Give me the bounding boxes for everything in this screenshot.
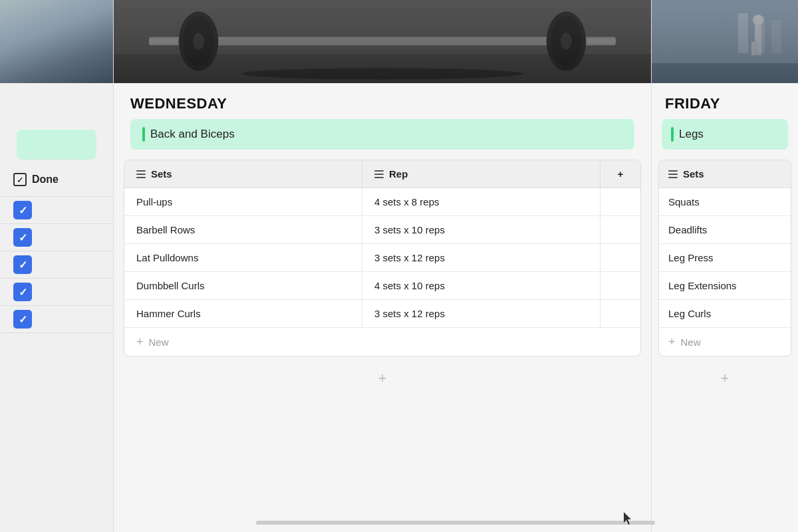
friday-hero-image [652, 0, 798, 83]
done-checkbox-icon: ✓ [13, 173, 27, 186]
sets-header-cell: Sets [124, 160, 362, 188]
table-row[interactable]: Dumbbell Curls 4 sets x 10 reps [124, 272, 640, 300]
exercise-cell: Hammer Curls [124, 300, 362, 327]
left-day-badge [17, 130, 96, 160]
reps-cell: 4 sets x 10 reps [362, 272, 600, 299]
exercise-cell: Barbell Rows [124, 216, 362, 243]
friday-bottom-add-button[interactable]: + [652, 356, 798, 400]
wednesday-workout-name: Back and Biceps [150, 128, 235, 141]
done-label: Done [32, 174, 59, 186]
friday-sets-label: Sets [683, 168, 704, 180]
reps-cell: 3 sets x 12 reps [362, 244, 600, 271]
plus-icon: + [668, 336, 676, 348]
plus-icon: + [136, 336, 144, 348]
friday-exercise-cell[interactable]: Leg Curls [659, 300, 791, 327]
checked-checkbox[interactable]: ✓ [13, 201, 32, 219]
main-container: ✓ Done ✓ ✓ ✓ ✓ [0, 0, 798, 532]
friday-workout-badge: Legs [662, 119, 788, 150]
check-icon: ✓ [19, 259, 27, 271]
friday-exercise-cell[interactable]: Deadlifts [659, 216, 791, 244]
wednesday-hero-image [114, 0, 651, 83]
svg-rect-22 [652, 0, 798, 83]
reps-cell: 3 sets x 12 reps [362, 300, 600, 327]
wednesday-workout-badge: Back and Biceps [130, 119, 634, 150]
exercise-cell: Dumbbell Curls [124, 272, 362, 299]
list-item[interactable]: ✓ [0, 251, 113, 278]
friday-title: FRIDAY [652, 83, 798, 119]
sets-header-label: Sets [151, 168, 172, 180]
wednesday-table-body: Pull-ups 4 sets x 8 reps Barbell Rows 3 … [124, 188, 640, 327]
action-cell[interactable] [600, 188, 640, 215]
rep-header-cell: Rep [362, 160, 600, 188]
add-section-icon: + [721, 370, 730, 387]
table-row[interactable]: Hammer Curls 3 sets x 12 reps [124, 300, 640, 327]
svg-rect-12 [114, 0, 651, 83]
left-panel: ✓ Done ✓ ✓ ✓ ✓ [0, 0, 113, 532]
checked-checkbox[interactable]: ✓ [13, 283, 32, 301]
wednesday-table: Sets Rep + Pull-ups 4 sets x 8 reps [124, 160, 641, 356]
column-sort-icon [668, 170, 678, 178]
add-column-header[interactable]: + [600, 160, 640, 188]
wednesday-title: WEDNESDAY [114, 83, 651, 119]
reps-cell: 3 sets x 10 reps [362, 216, 600, 243]
table-row[interactable]: Pull-ups 4 sets x 8 reps [124, 188, 640, 216]
wednesday-panel: WEDNESDAY Back and Biceps Sets [113, 0, 652, 532]
column-sort-icon [374, 170, 384, 178]
check-icon: ✓ [19, 313, 27, 326]
rep-header-label: Rep [389, 168, 408, 180]
list-item[interactable]: ✓ [0, 196, 113, 223]
check-icon: ✓ [19, 231, 27, 244]
action-cell[interactable] [600, 300, 640, 327]
table-row[interactable]: Barbell Rows 3 sets x 10 reps [124, 216, 640, 244]
friday-exercise-cell[interactable]: Squats [659, 188, 791, 216]
badge-bar [142, 127, 145, 142]
friday-exercise-cell[interactable]: Leg Extensions [659, 272, 791, 300]
friday-workout-name: Legs [679, 128, 704, 141]
checked-checkbox[interactable]: ✓ [13, 310, 32, 329]
exercise-cell: Pull-ups [124, 188, 362, 215]
list-item[interactable]: ✓ [0, 223, 113, 251]
friday-panel: FRIDAY Legs Sets SquatsDeadliftsLeg Pres… [652, 0, 798, 532]
horizontal-scrollbar[interactable] [113, 520, 798, 525]
friday-new-label: New [681, 336, 701, 348]
list-item[interactable]: ✓ [0, 278, 113, 305]
checkmark-symbol: ✓ [17, 175, 24, 185]
check-icon: ✓ [19, 286, 27, 299]
badge-bar [671, 127, 674, 142]
new-label: New [149, 336, 169, 348]
wednesday-new-row-button[interactable]: + New [124, 327, 640, 356]
action-cell[interactable] [600, 272, 640, 299]
reps-cell: 4 sets x 8 reps [362, 188, 600, 215]
checked-checkbox[interactable]: ✓ [13, 255, 32, 274]
check-icon: ✓ [19, 204, 27, 217]
wednesday-bottom-add-button[interactable]: + [114, 356, 651, 400]
friday-table: Sets SquatsDeadliftsLeg PressLeg Extensi… [658, 160, 791, 356]
left-hero-image [0, 0, 113, 83]
scrollbar-track[interactable] [256, 521, 655, 525]
friday-new-row-button[interactable]: + New [659, 327, 791, 356]
checked-checkbox[interactable]: ✓ [13, 228, 32, 247]
exercise-cell: Lat Pulldowns [124, 244, 362, 271]
table-header: Sets Rep + [124, 160, 640, 188]
friday-table-body: SquatsDeadliftsLeg PressLeg ExtensionsLe… [659, 188, 791, 327]
action-cell[interactable] [600, 216, 640, 243]
column-sort-icon [136, 170, 146, 178]
add-section-icon: + [378, 370, 387, 387]
done-row: ✓ Done [0, 160, 113, 196]
action-cell[interactable] [600, 244, 640, 271]
friday-sets-header: Sets [659, 160, 791, 188]
checkbox-list: ✓ ✓ ✓ ✓ ✓ [0, 196, 113, 333]
add-column-icon[interactable]: + [618, 168, 624, 180]
list-item[interactable]: ✓ [0, 305, 113, 333]
table-row[interactable]: Lat Pulldowns 3 sets x 12 reps [124, 244, 640, 272]
friday-exercise-cell[interactable]: Leg Press [659, 244, 791, 272]
